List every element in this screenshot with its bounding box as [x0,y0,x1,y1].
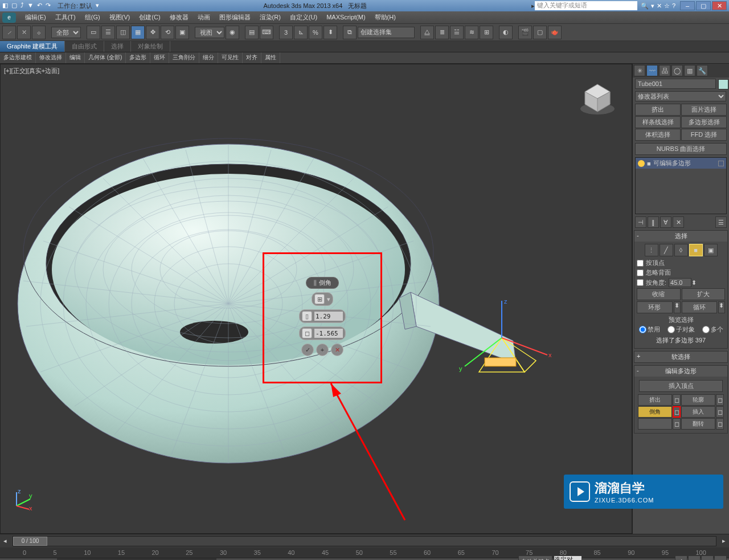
remove-mod-icon[interactable]: ✕ [673,216,684,228]
configure-icon[interactable]: ☰ [715,216,727,228]
render-setup-icon[interactable]: 🎬 [518,26,532,39]
caddy-ok-button[interactable]: ✓ [301,344,314,356]
menu-item[interactable]: 动画 [193,14,215,21]
select-region-icon[interactable]: ◫ [116,26,130,39]
ribbon-panel[interactable]: 三角剖分 [169,52,199,63]
menu-item[interactable]: 自定义(U) [285,14,322,21]
signin-icon[interactable]: ▾ [651,2,654,10]
timeline-prev-icon[interactable]: ◂ [0,537,10,545]
link-icon[interactable]: ⟋ [2,26,16,39]
ribbon-panel[interactable]: 多边形 [126,52,150,63]
render-icon[interactable]: 🫖 [548,26,562,39]
modifier-button-nurbs[interactable]: NURBS 曲面选择 [635,143,727,155]
modifier-button[interactable]: FFD 选择 [681,129,727,141]
open-icon[interactable]: ⤴ [21,2,24,10]
select-icon[interactable]: ▭ [87,26,100,39]
minimize-button[interactable]: – [680,1,695,10]
ribbon-panel[interactable]: 编辑 [66,52,85,63]
search-icon[interactable]: 🔍 [641,2,649,10]
expand-button[interactable]: 扩大 [682,288,726,300]
layers-icon[interactable]: ☱ [450,26,464,39]
edit-poly-settings-button[interactable]: ◻ [716,418,724,430]
modifier-stack[interactable]: ■ 可编辑多边形 [635,157,727,214]
exchange-icon[interactable]: ✕ [657,2,662,10]
ribbon-panel[interactable]: 可见性 [218,52,243,63]
align-icon[interactable]: ≣ [435,26,449,39]
preview-radio[interactable]: 多个 [702,325,723,334]
ignore-backfacing-checkbox[interactable]: 忽略背面 [637,268,725,277]
by-angle-checkbox[interactable]: 按角度: ⬍ [637,278,725,287]
edit-poly-button[interactable]: 倒角 [638,406,672,418]
viewcube[interactable] [575,76,620,121]
edit-poly-settings-button[interactable]: ◻ [716,406,724,418]
caddy-apply-button[interactable]: + [316,344,329,356]
loop-button[interactable]: 循环 [682,301,718,313]
menu-item[interactable]: 组(G) [80,14,105,21]
maximize-button[interactable]: ▢ [696,1,711,10]
hierarchy-tab-icon[interactable]: 品 [659,65,670,76]
stack-item-editable-poly[interactable]: ■ 可编辑多边形 [636,158,726,169]
modifier-list[interactable]: 修改器列表 [635,91,726,101]
new-icon[interactable]: ▢ [11,2,17,10]
rollout-header-edit-poly[interactable]: -编辑多边形 [634,366,727,377]
insert-vertex-button[interactable]: 插入顶点 [639,380,723,392]
motion-tab-icon[interactable]: ◯ [671,65,683,76]
fov-icon[interactable]: ▭ [701,555,714,560]
menu-item[interactable]: 图形编辑器 [215,14,255,21]
keyboard-icon[interactable]: ⌨ [260,26,273,39]
shrink-button[interactable]: 收缩 [637,288,681,300]
vertex-subobj-icon[interactable]: ⋮ [645,244,658,256]
mirror-icon[interactable]: ⧋ [420,26,434,39]
favorite-icon[interactable]: ☆ [664,2,670,10]
utilities-tab-icon[interactable]: 🔧 [697,65,708,76]
schematic-icon[interactable]: ⊞ [480,26,493,39]
ring-button[interactable]: 环形 [637,301,673,313]
bulb-icon[interactable] [638,160,645,167]
edit-poly-button[interactable]: 轮廓 [681,394,715,406]
make-unique-icon[interactable]: ∀ [660,216,671,228]
bevel-type-dropdown[interactable]: ⊞▾ [312,292,333,306]
select-name-icon[interactable]: ☰ [101,26,115,39]
move-icon[interactable]: ✥ [146,26,159,39]
bind-icon[interactable]: ⟐ [32,26,46,39]
ribbon-panel[interactable]: 修改选择 [36,52,66,63]
ribbon-tab[interactable]: 自由形式 [65,41,104,52]
menu-item[interactable]: 创建(C) [134,14,165,21]
by-vertex-checkbox[interactable]: 按顶点 [637,259,725,267]
preview-radio[interactable]: 禁用 [639,325,660,334]
search-input[interactable]: 键入关键字或短语 [535,1,637,10]
show-end-icon[interactable]: ‖ [648,216,659,228]
undo-icon[interactable]: ↶ [37,2,42,10]
bevel-height-field[interactable]: ▯ [299,309,346,323]
create-tab-icon[interactable]: ✳ [634,65,645,76]
center-icon[interactable]: ◉ [226,26,239,39]
menu-item[interactable]: 视图(V) [105,14,135,21]
edit-poly-button[interactable] [638,418,672,430]
menu-item[interactable]: MAXScript(M) [322,14,370,21]
angle-spinner[interactable]: ⬍ [669,278,697,287]
object-color-swatch[interactable] [718,79,728,89]
named-selection-input[interactable] [358,27,415,38]
percent-snap-icon[interactable]: % [309,26,322,39]
ribbon-tab[interactable]: 对象绘制 [131,41,170,52]
viewport[interactable]: [+][正交][真实+边面] [0,64,632,534]
edit-poly-button[interactable]: 插入 [681,406,715,418]
angle-snap-icon[interactable]: ⊾ [294,26,308,39]
zoom-extents-icon[interactable]: ▣ [688,555,701,560]
rotate-icon[interactable]: ⟲ [161,26,174,39]
pin-stack-icon[interactable]: ⊣ [635,216,646,228]
edit-poly-settings-button[interactable]: ◻ [673,406,681,418]
timeline-next-icon[interactable]: ▸ [719,537,729,545]
app-menu-button[interactable]: e [2,13,16,23]
edit-poly-settings-button[interactable]: ◻ [673,394,681,406]
menu-item[interactable]: 渲染(R) [255,14,285,21]
selection-filter[interactable]: 全部 [51,27,81,38]
close-button[interactable]: ✕ [712,1,727,10]
render-frame-icon[interactable]: ▢ [533,26,547,39]
modifier-button[interactable]: 体积选择 [635,129,681,141]
save-icon[interactable]: ▼ [27,2,34,10]
ref-coord-system[interactable]: 视图 [195,27,224,38]
redo-icon[interactable]: ↷ [46,2,51,10]
edit-poly-settings-button[interactable]: ◻ [673,418,681,430]
ribbon-tab[interactable]: 选择 [104,41,131,52]
